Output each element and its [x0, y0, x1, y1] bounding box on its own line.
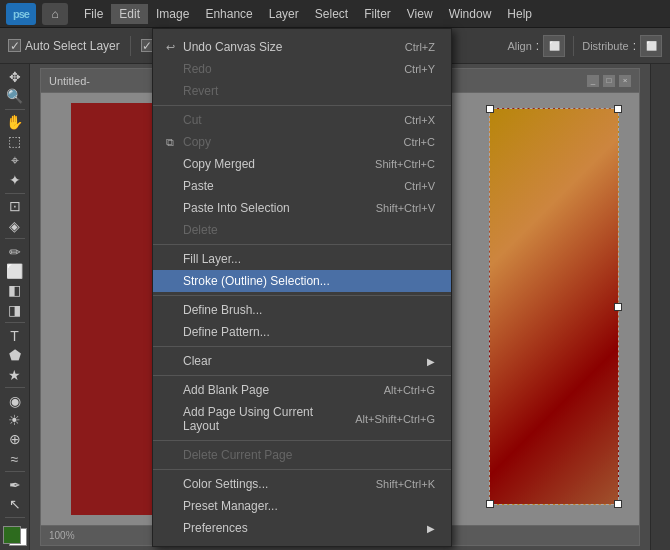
tool-sep3: [5, 238, 25, 239]
menu-view[interactable]: View: [399, 4, 441, 24]
menu-copy-merged[interactable]: Copy Merged Shift+Ctrl+C: [153, 153, 451, 175]
magic-wand-tool[interactable]: ✦: [3, 172, 27, 189]
menu-section-clipboard: Cut Ctrl+X ⧉ Copy Ctrl+C Copy Merged Shi…: [153, 106, 451, 245]
text-tool[interactable]: T: [3, 327, 27, 344]
distribute-label: Distribute: [582, 40, 628, 52]
color-settings-shortcut: Shift+Ctrl+K: [376, 478, 435, 490]
define-pattern-label: Define Pattern...: [183, 325, 415, 339]
doc-title: Untitled-: [49, 75, 90, 87]
right-panel: [650, 64, 670, 550]
menu-edit[interactable]: Edit: [111, 4, 148, 24]
paste-into-label: Paste Into Selection: [183, 201, 356, 215]
menu-preferences[interactable]: Preferences ▶: [153, 517, 451, 539]
menu-define-brush[interactable]: Define Brush...: [153, 299, 451, 321]
menu-enhance[interactable]: Enhance: [197, 4, 260, 24]
menu-paste-into-selection[interactable]: Paste Into Selection Shift+Ctrl+V: [153, 197, 451, 219]
delete-page-label: Delete Current Page: [183, 448, 415, 462]
menu-filter[interactable]: Filter: [356, 4, 399, 24]
clone-tool[interactable]: ⊕: [3, 431, 27, 448]
eraser-tool[interactable]: ⬜: [3, 262, 27, 279]
move-tool[interactable]: ✥: [3, 68, 27, 85]
menu-cut: Cut Ctrl+X: [153, 109, 451, 131]
undo-shortcut: Ctrl+Z: [405, 41, 435, 53]
align-left-button[interactable]: ⬜: [543, 35, 565, 57]
copy-merged-label: Copy Merged: [183, 157, 355, 171]
menu-color-settings[interactable]: Color Settings... Shift+Ctrl+K: [153, 473, 451, 495]
distribute-left-button[interactable]: ⬜: [640, 35, 662, 57]
star-tool[interactable]: ★: [3, 366, 27, 383]
redo-shortcut: Ctrl+Y: [404, 63, 435, 75]
menu-help[interactable]: Help: [499, 4, 540, 24]
paste-label: Paste: [183, 179, 384, 193]
fg-bg-colors[interactable]: [1, 526, 29, 546]
burn-tool[interactable]: ☀: [3, 411, 27, 428]
menu-undo[interactable]: ↩ Undo Canvas Size Ctrl+Z: [153, 36, 451, 58]
hand-tool[interactable]: ✋: [3, 113, 27, 130]
menu-preset-manager[interactable]: Preset Manager...: [153, 495, 451, 517]
arrow-tool[interactable]: ↖: [3, 496, 27, 513]
minimize-button[interactable]: _: [587, 75, 599, 87]
align-group: Align : ⬜ Distribute : ⬜: [507, 35, 662, 57]
menu-image[interactable]: Image: [148, 4, 197, 24]
menu-clear[interactable]: Clear ▶: [153, 350, 451, 372]
preferences-label: Preferences: [183, 521, 399, 535]
tool-sep5: [5, 387, 25, 388]
menu-section-clear: Clear ▶: [153, 347, 451, 376]
menu-stroke[interactable]: Stroke (Outline) Selection...: [153, 270, 451, 292]
copy-icon: ⧉: [161, 136, 179, 149]
add-blank-page-label: Add Blank Page: [183, 383, 364, 397]
menu-delete-page: Delete Current Page: [153, 444, 451, 466]
menu-layer[interactable]: Layer: [261, 4, 307, 24]
paint-bucket-tool[interactable]: ◧: [3, 282, 27, 299]
menu-delete: Delete: [153, 219, 451, 241]
menu-paste[interactable]: Paste Ctrl+V: [153, 175, 451, 197]
revert-label: Revert: [183, 84, 415, 98]
menu-file[interactable]: File: [76, 4, 111, 24]
selection-handle-bl: [486, 500, 494, 508]
copy-shortcut: Ctrl+C: [404, 136, 435, 148]
selection-handle-br: [614, 500, 622, 508]
cut-label: Cut: [183, 113, 384, 127]
align-label: Align: [507, 40, 531, 52]
crop-tool[interactable]: ⊡: [3, 198, 27, 215]
copy-merged-shortcut: Shift+Ctrl+C: [375, 158, 435, 170]
smudge-tool[interactable]: ≈: [3, 450, 27, 467]
menu-add-blank-page[interactable]: Add Blank Page Alt+Ctrl+G: [153, 379, 451, 401]
close-button[interactable]: ×: [619, 75, 631, 87]
menu-add-page-layout[interactable]: Add Page Using Current Layout Alt+Shift+…: [153, 401, 451, 437]
preset-manager-label: Preset Manager...: [183, 499, 415, 513]
toolbar-separator: [130, 36, 131, 56]
color-settings-label: Color Settings...: [183, 477, 356, 491]
zoom-tool[interactable]: 🔍: [3, 87, 27, 104]
lasso-tool[interactable]: ⌖: [3, 152, 27, 169]
add-page-layout-label: Add Page Using Current Layout: [183, 405, 335, 433]
fg-color[interactable]: [3, 526, 21, 544]
home-button[interactable]: ⌂: [42, 3, 68, 25]
marquee-tool[interactable]: ⬚: [3, 133, 27, 150]
redo-label: Redo: [183, 62, 384, 76]
eyedropper-tool[interactable]: ◈: [3, 217, 27, 234]
menu-section-pages: Add Blank Page Alt+Ctrl+G Add Page Using…: [153, 376, 451, 441]
pen-tool[interactable]: ✒: [3, 476, 27, 493]
menu-define-pattern[interactable]: Define Pattern...: [153, 321, 451, 343]
zoom-level: 100%: [49, 530, 75, 541]
gradient-tool[interactable]: ◨: [3, 301, 27, 318]
menu-section-undo: ↩ Undo Canvas Size Ctrl+Z Redo Ctrl+Y Re…: [153, 33, 451, 106]
menu-section-settings: Color Settings... Shift+Ctrl+K Preset Ma…: [153, 470, 451, 542]
menu-section-fill: Fill Layer... Stroke (Outline) Selection…: [153, 245, 451, 296]
brush-tool[interactable]: ✏: [3, 243, 27, 260]
menu-fill-layer[interactable]: Fill Layer...: [153, 248, 451, 270]
tool-sep2: [5, 193, 25, 194]
tool-sep1: [5, 109, 25, 110]
menu-select[interactable]: Select: [307, 4, 356, 24]
stroke-label: Stroke (Outline) Selection...: [183, 274, 415, 288]
maximize-button[interactable]: □: [603, 75, 615, 87]
define-brush-label: Define Brush...: [183, 303, 415, 317]
distribute-icon: :: [633, 39, 636, 53]
auto-select-checkbox[interactable]: ✓: [8, 39, 21, 52]
eye-tool[interactable]: ◉: [3, 392, 27, 409]
menu-window[interactable]: Window: [441, 4, 500, 24]
menu-revert: Revert: [153, 80, 451, 102]
shape-tool[interactable]: ⬟: [3, 347, 27, 364]
clear-arrow: ▶: [427, 356, 435, 367]
